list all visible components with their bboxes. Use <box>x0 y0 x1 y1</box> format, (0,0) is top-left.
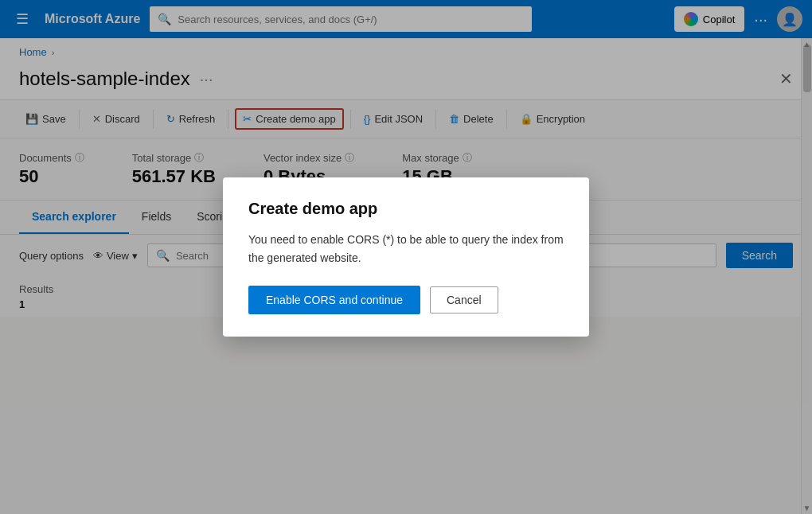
modal-title: Create demo app <box>248 200 564 218</box>
enable-cors-button[interactable]: Enable CORS and continue <box>248 286 420 314</box>
modal-overlay: Create demo app You need to enable CORS … <box>0 0 812 514</box>
modal-body: You need to enable CORS (*) to be able t… <box>248 231 564 267</box>
modal-actions: Enable CORS and continue Cancel <box>248 286 564 314</box>
modal: Create demo app You need to enable CORS … <box>223 177 589 337</box>
cancel-button[interactable]: Cancel <box>430 286 498 313</box>
